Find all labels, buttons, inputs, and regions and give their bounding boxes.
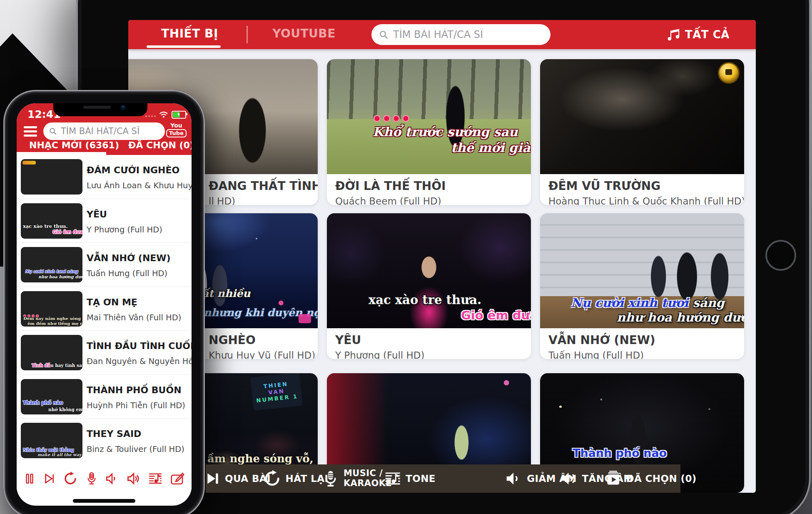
karaoke-lyric: Gió êm đưa: [52, 230, 82, 235]
karaoke-lyric: Nhìn thấy một thằng: [23, 448, 74, 452]
youtube-badge[interactable]: You Tube: [165, 122, 188, 137]
song-card-doi-la-the-thoi[interactable]: Khổ trước sướng sau thế mới giàu, ĐỜI LÀ…: [327, 59, 531, 205]
youtube-badge-line2: Tube: [166, 129, 187, 137]
tablet-search-input[interactable]: [392, 28, 544, 41]
song-title: YÊU: [87, 209, 107, 220]
skip-next-icon: [43, 472, 56, 485]
active-tab-underline: [17, 152, 106, 155]
song-row-thanh-pho-buon[interactable]: Thành phố nào nhớ không em? THÀNH PHỐ BU…: [17, 375, 192, 419]
song-row-ta-on-me[interactable]: Đêm nay nằm nghe sóng vỗ, êm đềm như tiế…: [17, 287, 192, 331]
karaoke-lyric: ầm nghe sóng vỗ,: [207, 453, 314, 464]
all-songs-button[interactable]: TẤT CẢ: [665, 25, 730, 44]
scene: ĐANG THẤT TÌNH ll HD) Khổ trước sướng sa…: [0, 0, 812, 514]
music-karaoke-button[interactable]: MUSIC /KARAOKE: [322, 464, 392, 493]
search-icon: [378, 29, 389, 40]
song-title: NGHÈO: [209, 334, 309, 347]
tablet-screen: ĐANG THẤT TÌNH ll HD) Khổ trước sướng sa…: [128, 20, 756, 493]
song-row-tinh-dau-tinh-cuoi[interactable]: Tình đầu hay tình sau, TÌNH ĐẦU TÌNH CUỐ…: [17, 331, 192, 375]
channel-logo: [22, 161, 36, 165]
song-row-van-nho[interactable]: Nụ cười xinh tươi sáng như hoa hướng dươ…: [17, 243, 192, 287]
tablet-search-bar[interactable]: [371, 24, 550, 45]
song-thumbnail: xạc xào tre thưa. Gió êm đưa: [327, 213, 531, 328]
song-thumbnail: Nụ cười xinh tươi sáng như hoa hướng dươ…: [540, 213, 744, 328]
sing-again-button[interactable]: HÁT LẠI: [263, 464, 329, 493]
home-indicator[interactable]: [73, 499, 135, 503]
active-tab-underline: [147, 45, 221, 48]
skip-next-icon: [204, 470, 221, 487]
song-artist: Tuấn Hưng (Full HD): [548, 350, 736, 359]
selected-songs-button[interactable]: [170, 471, 185, 486]
toolbar-label-line1: MUSIC /: [344, 468, 383, 478]
song-thumbnail: Nhìn thấy một thằng make it all the way: [21, 423, 82, 458]
replay-icon: [63, 471, 78, 486]
song-title: THÀNH PHỐ BUỒN: [87, 385, 182, 395]
tab-da-chon[interactable]: ĐÃ CHỌN (0): [128, 140, 192, 150]
menu-icon[interactable]: [24, 126, 37, 139]
tone-button[interactable]: [148, 471, 163, 486]
song-thumbnail: xạc xào tre thưa. Gió êm đưa: [21, 203, 82, 239]
tab-youtube[interactable]: YOUTUBE: [267, 20, 341, 47]
volume-down-icon: [504, 469, 523, 488]
all-songs-label: TẤT CẢ: [685, 28, 730, 41]
tab-label: YOUTUBE: [272, 27, 336, 40]
tablet-header: THIẾT BỊ YOUTUBE TẤT CẢ: [128, 20, 756, 49]
karaoke-lyric: nhớ không em?: [48, 407, 82, 412]
volume-up-button[interactable]: [126, 471, 141, 486]
song-row-yeu[interactable]: xạc xào tre thưa. Gió êm đưa YÊU Y Phươn…: [17, 199, 192, 243]
channel-badge-icon: [719, 63, 738, 82]
song-card-yeu[interactable]: xạc xào tre thưa. Gió êm đưa YÊU Y Phươn…: [327, 213, 531, 359]
song-artist: Y Phương (Full HD): [87, 225, 162, 235]
karaoke-lyric: Khổ trước sướng sau: [373, 126, 518, 138]
skip-song-button[interactable]: [43, 472, 56, 485]
volume-down-button[interactable]: [105, 472, 119, 486]
karaoke-lyric: Đêm nay nằm nghe sóng vỗ,: [23, 317, 82, 321]
song-title: ĐỜI LÀ THẾ THÔI: [335, 180, 523, 193]
card-caption: ĐÊM VŨ TRƯỜNG Hoàng Thục Linh & Quốc Kha…: [540, 174, 744, 205]
karaoke-lyric: như hoa hướng dương: [38, 275, 82, 279]
skip-song-button[interactable]: QUA BÀI: [204, 464, 271, 493]
song-row-they-said[interactable]: Nhìn thấy một thằng make it all the way …: [17, 419, 192, 463]
tone-button[interactable]: TONE: [384, 464, 436, 493]
song-thumbnail: [540, 59, 744, 174]
song-title: ĐANG THẤT TÌNH: [209, 180, 309, 193]
tab-nhac-moi[interactable]: NHẠC MỚI (6361): [29, 140, 119, 150]
song-artist: Hoàng Thục Linh & Quốc Khanh (Full HD): [548, 196, 736, 205]
lyric-sung-part: Nụ cười xinh tươi: [571, 296, 688, 310]
lyric-unsung-part: u hay tình sau,: [50, 363, 82, 368]
song-row-dam-cuoi-ngheo[interactable]: ĐÁM CƯỚI NGHÈO Lưu Ánh Loan & Khưu Huy V…: [17, 155, 192, 199]
sign-line: VAN: [268, 388, 285, 395]
song-title: ĐÁM CƯỚI NGHÈO: [87, 165, 179, 175]
sing-again-button[interactable]: [63, 471, 78, 486]
fan-sign: THIEN VAN NUMBER 1: [250, 373, 303, 411]
song-artist: Đan Nguyên & Nguyễn Hồng N...: [87, 357, 192, 366]
karaoke-lyric: êm đềm như tiếng mẹ ru: [27, 322, 82, 326]
song-title: TÌNH ĐẦU TÌNH CUỐI: [87, 341, 192, 351]
song-thumbnail: Thành phố nào nhớ không em?: [21, 379, 82, 414]
selected-songs-button[interactable]: ĐÃ CHỌN (0): [604, 464, 696, 493]
microphone-icon: [322, 470, 339, 487]
tab-thiet-bi[interactable]: THIẾT BỊ: [151, 20, 228, 47]
front-camera: [121, 105, 126, 110]
tablet-home-button[interactable]: [765, 240, 796, 271]
karaoke-lyric: Thành phố nào: [573, 447, 667, 459]
song-card-dem-vu-truong[interactable]: ĐÊM VŨ TRƯỜNG Hoàng Thục Linh & Quốc Kha…: [540, 59, 744, 205]
song-artist: Tuấn Hưng (Full HD): [87, 269, 167, 278]
song-card-van-nho[interactable]: Nụ cười xinh tươi sáng như hoa hướng dươ…: [540, 213, 744, 359]
volume-low-icon: [105, 472, 119, 486]
song-title: YÊU: [335, 334, 523, 347]
pause-button[interactable]: [23, 472, 36, 486]
phone-search-bar[interactable]: [43, 122, 165, 140]
song-artist: Quách Beem (Full HD): [335, 196, 523, 205]
tone-sheet-icon: [148, 471, 163, 486]
earpiece-speaker: [83, 106, 111, 109]
music-note-icon: [665, 27, 681, 42]
toolbar-label: TONE: [406, 473, 436, 484]
toolbar-label: ĐÃ CHỌN (0): [626, 473, 696, 484]
youtube-badge-line1: You: [165, 122, 188, 128]
phone-search-input[interactable]: [60, 126, 160, 137]
lyric-unsung-part: sáng: [688, 296, 725, 310]
music-karaoke-button[interactable]: [85, 471, 98, 486]
karaoke-lyric: Tình đầu hay tình sau,: [32, 363, 82, 368]
song-artist: Y Phương (Full HD): [335, 350, 523, 359]
song-artist: Mai Thiên Vân (Full HD): [87, 313, 181, 322]
